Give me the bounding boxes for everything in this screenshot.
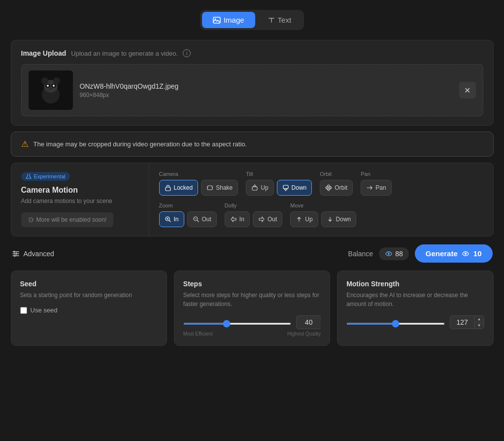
pan-section: Pan Pan [361,171,391,196]
pan-button[interactable]: Pan [361,180,391,196]
shake-icon [206,184,213,191]
zoom-label: Zoom [159,203,217,208]
motion-row-1: Camera Locked [159,171,483,196]
zoom-section: Zoom In [159,203,217,227]
image-upload-title: Image Upload [21,49,67,57]
tilt-buttons: Up Down [246,180,312,196]
warning-text: The image may be cropped during video ge… [34,140,247,148]
camera-motion-right: Camera Locked [149,163,493,236]
svg-point-9 [47,85,49,87]
generate-button[interactable]: Generate 10 [415,244,493,263]
experimental-badge: Experimental [21,172,70,181]
tilt-down-button[interactable]: Down [277,180,312,196]
camera-label: Camera [159,171,238,177]
tilt-label: Tilt [246,171,312,177]
dolly-in-button[interactable]: In [225,211,250,227]
steps-slider-wrap [183,318,291,327]
svg-point-5 [41,77,48,84]
image-icon [213,16,221,24]
motion-strength-card: Motion Strength Encourages the AI to inc… [337,271,493,346]
zoom-in-icon [165,216,171,223]
move-buttons: Up Down [290,211,356,227]
steps-value-wrap [296,315,321,329]
balance-label: Balance [348,250,373,258]
orbit-label: Orbit [320,171,353,177]
balance-value: 88 [379,247,409,260]
camera-shake-button[interactable]: Shake [201,180,238,196]
steps-row [183,315,321,329]
zoom-out-button[interactable]: Out [187,211,217,227]
more-soon-button[interactable]: More will be enabled soon! [21,212,114,227]
locked-icon [165,184,171,191]
move-section: Move Up Down [290,203,356,227]
eye-generate-icon [462,250,470,258]
orbit-button[interactable]: Orbit [320,180,353,196]
zoom-in-button[interactable]: In [159,211,184,227]
svg-rect-15 [283,185,288,189]
tilt-up-button[interactable]: Up [246,180,273,196]
motion-value-wrap: ▲ ▼ [450,315,484,329]
camera-section: Camera Locked [159,171,238,196]
motion-increase-button[interactable]: ▲ [475,316,484,323]
camera-motion-desc: Add camera motions to your scene [21,198,139,204]
motion-strength-description: Encourages the AI to increase or decreas… [346,291,484,308]
tab-image[interactable]: Image [202,12,255,28]
use-seed-label[interactable]: Use seed [20,306,158,314]
motion-strength-input[interactable] [450,315,474,329]
image-upload-card: Image Upload Upload an image to generate… [11,40,494,126]
dolly-in-icon [230,216,237,223]
orbit-icon [325,184,332,191]
motion-strength-row: ▲ ▼ [346,315,484,329]
svg-point-6 [53,77,60,84]
steps-description: Select more steps for higher quality or … [183,291,321,308]
warning-icon: ⚠ [21,139,29,149]
advanced-button[interactable]: Advanced [12,250,54,258]
sparkle-icon [28,217,34,223]
image-thumbnail [29,70,73,110]
move-down-button[interactable]: Down [321,211,357,227]
camera-motion-left: Experimental Camera Motion Add camera mo… [11,163,149,236]
svg-rect-14 [252,187,257,190]
steps-title: Steps [183,280,321,288]
tab-text[interactable]: Text [257,12,302,28]
orbit-section: Orbit Orbit [320,171,353,196]
advanced-section: Seed Sets a starting point for random ge… [11,271,494,346]
warning-banner: ⚠ The image may be cropped during video … [11,132,494,157]
svg-point-24 [465,253,467,255]
move-label: Move [290,203,356,208]
steps-card: Steps Select more steps for higher quali… [174,271,330,346]
move-down-icon [327,216,334,223]
motion-decrease-button[interactable]: ▼ [475,323,484,329]
svg-point-18 [328,187,330,189]
text-icon [268,17,275,24]
dolly-section: Dolly In Out [225,203,282,227]
svg-point-22 [388,253,390,255]
image-upload-header: Image Upload Upload an image to generate… [21,49,483,57]
main-panel: Image Upload Upload an image to generate… [11,40,494,346]
file-info: ONzW8-hlhV0qarqOwgd1Z.jpeg 960×848px [80,82,452,99]
tab-bar: Image Text [200,10,304,30]
seed-card: Seed Sets a starting point for random ge… [11,271,167,346]
image-upload-description: Upload an image to generate a video. [71,50,178,57]
dolly-out-button[interactable]: Out [253,211,282,227]
use-seed-checkbox[interactable] [20,307,27,314]
motion-stepper-buttons: ▲ ▼ [474,315,484,329]
panda-image [31,72,70,108]
steps-value-input[interactable] [296,315,321,329]
dolly-label: Dolly [225,203,282,208]
info-icon[interactable]: i [183,49,191,57]
move-up-button[interactable]: Up [290,211,318,227]
svg-rect-13 [207,186,212,190]
tilt-section: Tilt Up [246,171,312,196]
steps-slider[interactable] [183,323,291,325]
orbit-buttons: Orbit [320,180,353,196]
zoom-buttons: In Out [159,211,217,227]
svg-point-11 [50,88,52,90]
seed-title: Seed [20,280,158,288]
uploaded-file-row: ONzW8-hlhV0qarqOwgd1Z.jpeg 960×848px ✕ [21,64,483,116]
motion-strength-slider[interactable] [346,323,444,325]
motion-row-2: Zoom In [159,203,483,227]
camera-locked-button[interactable]: Locked [159,180,199,196]
svg-point-10 [53,85,55,87]
remove-image-button[interactable]: ✕ [459,82,476,99]
